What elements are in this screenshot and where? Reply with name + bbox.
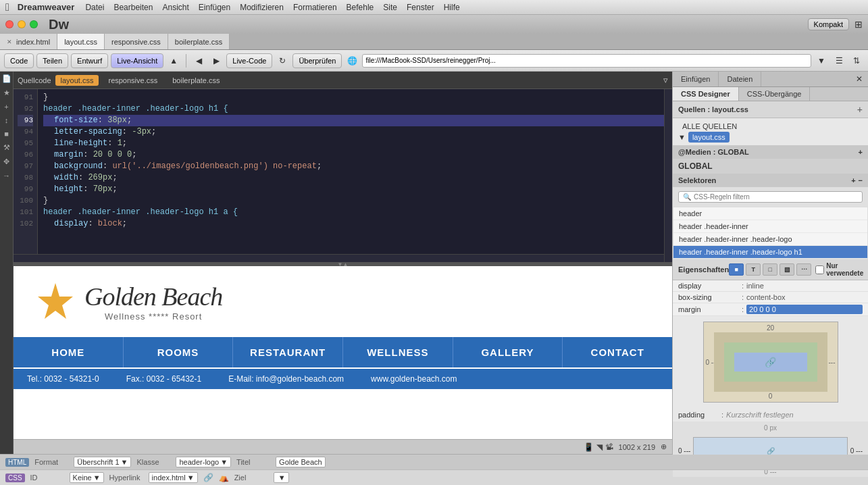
format-select[interactable]: Überschrift 1 ▼ xyxy=(74,457,131,467)
boilerplate-css-tab[interactable]: boilerplate.css xyxy=(167,75,225,86)
sync-icon[interactable]: ⇅ xyxy=(849,53,864,68)
titel-input[interactable]: Golde Beach xyxy=(276,457,326,467)
code-scrollbar-h[interactable] xyxy=(14,254,664,262)
menu-modifizieren[interactable]: Modifizieren xyxy=(240,3,284,12)
resize-icon[interactable]: ⊕ xyxy=(661,442,667,451)
dropdown-icon[interactable]: ▼ xyxy=(814,53,829,68)
tab-index-html[interactable]: ✕ index.html xyxy=(0,34,57,49)
selektor-header-logo-h1[interactable]: header .header-inner .header-logo h1 xyxy=(673,246,867,259)
selektor-search-input[interactable] xyxy=(694,193,858,201)
responsive-css-tab[interactable]: responsive.css xyxy=(103,75,163,86)
tab-layout-css[interactable]: layout.css xyxy=(57,34,105,49)
remove-selektor-icon[interactable]: − xyxy=(859,176,863,184)
selektor-list: header header .header-inner header .head… xyxy=(673,207,868,259)
id-select[interactable]: Keine ▼ xyxy=(70,472,104,483)
url-bar[interactable] xyxy=(362,54,811,68)
menu-einfuegen[interactable]: Einfügen xyxy=(199,3,230,12)
tab-css-designer[interactable]: CSS Designer xyxy=(673,87,739,101)
ziel-select[interactable]: ▼ xyxy=(274,472,289,483)
bottom-bar-bottom: CSS ID Keine ▼ Hyperlink index.html ▼ 🔗 … xyxy=(0,470,868,485)
teilen-button[interactable]: Teilen xyxy=(36,53,68,68)
arrow-icon[interactable]: → xyxy=(3,172,10,180)
live-ansicht-button[interactable]: Live-Ansicht xyxy=(111,53,163,68)
code-editor[interactable]: 91 92 93 94 95 96 97 98 99 100 101 102 }… xyxy=(14,89,672,262)
nav-restaurant[interactable]: RESTAURANT xyxy=(233,337,343,367)
kompakt-button[interactable]: Kompakt xyxy=(808,18,849,30)
menu-bearbeiten[interactable]: Bearbeiten xyxy=(113,3,153,12)
nav-home[interactable]: HOME xyxy=(14,337,124,367)
monitor-icon[interactable]: ▲ xyxy=(166,53,181,68)
uberpruefen-button[interactable]: Überprüfen xyxy=(292,53,342,68)
menu-ansicht[interactable]: Ansicht xyxy=(162,3,188,12)
padding-value[interactable]: Kurzschrift festlegen xyxy=(726,411,863,419)
settings-icon[interactable]: ☰ xyxy=(832,53,846,68)
earth-icon[interactable]: 🌐 xyxy=(344,53,359,68)
close-panel-icon[interactable]: ✕ xyxy=(850,72,868,86)
entwurf-button[interactable]: Entwurf xyxy=(71,53,108,68)
text-icon[interactable]: T xyxy=(746,263,761,276)
layout-css-tab[interactable]: layout.css xyxy=(55,75,99,86)
menu-formatieren[interactable]: Formatieren xyxy=(293,3,337,12)
close-button[interactable] xyxy=(5,20,14,28)
add-medien-icon[interactable]: + xyxy=(859,148,863,156)
add-selektor-icon[interactable]: + xyxy=(851,176,855,184)
more-icon[interactable]: ⋯ xyxy=(796,263,811,276)
nav-wellness[interactable]: WELLNESS xyxy=(343,337,453,367)
nav-rooms[interactable]: ROOMS xyxy=(124,337,234,367)
tab-dateien[interactable]: Dateien xyxy=(719,72,761,86)
hyperlink-select[interactable]: index.html ▼ xyxy=(149,472,198,483)
code-button[interactable]: Code xyxy=(4,53,34,68)
menu-datei[interactable]: Datei xyxy=(85,3,104,12)
prop-val-display[interactable]: inline xyxy=(746,282,863,290)
mobile-icon[interactable]: 📱 xyxy=(584,442,594,452)
maximize-button[interactable] xyxy=(30,20,38,28)
refresh-icon[interactable]: ↻ xyxy=(275,53,290,68)
tab-boilerplate-css[interactable]: boilerplate.css xyxy=(168,34,230,49)
add-quelle-icon[interactable]: + xyxy=(857,104,863,115)
bg-icon[interactable]: ▧ xyxy=(780,263,794,276)
menu-fenster[interactable]: Fenster xyxy=(407,3,434,12)
prop-val-boxsizing[interactable]: content-box xyxy=(746,293,863,301)
back-icon[interactable]: ◀ xyxy=(191,53,206,68)
border-icon[interactable]: □ xyxy=(763,263,777,276)
link-icon-btn[interactable]: 🔗 xyxy=(203,473,213,482)
prop-val-margin[interactable]: 20 0 0 0 xyxy=(746,305,863,314)
alle-quellen-item[interactable]: ALLE QUELLEN xyxy=(678,121,863,132)
tab-css-ubergange[interactable]: CSS-Übergänge xyxy=(739,87,811,101)
menu-hilfe[interactable]: Hilfe xyxy=(444,3,460,12)
prop-name-margin: margin xyxy=(678,305,739,313)
palette-icon[interactable]: ■ xyxy=(4,130,9,138)
filter-icon[interactable]: ▿ xyxy=(663,75,668,85)
tab-responsive-css[interactable]: responsive.css xyxy=(105,34,168,49)
grid-icon[interactable]: ⊞ xyxy=(854,19,863,30)
desktop-icon[interactable]: 📽 xyxy=(605,442,613,452)
klasse-select[interactable]: header-logo ▼ xyxy=(176,457,231,467)
file-icon[interactable]: 📄 xyxy=(2,74,11,83)
close-tab-icon[interactable]: ✕ xyxy=(7,39,12,45)
code-scrollbar-v[interactable] xyxy=(664,89,672,262)
layout-css-item[interactable]: layout.css xyxy=(688,132,730,143)
layout-icon[interactable]: ■ xyxy=(729,263,744,276)
plus-icon[interactable]: + xyxy=(4,103,8,111)
nur-verwendete-checkbox[interactable] xyxy=(815,265,824,274)
tablet-icon[interactable]: ◥ xyxy=(596,442,603,452)
minimize-button[interactable] xyxy=(18,20,26,28)
menu-befehle[interactable]: Befehle xyxy=(347,3,374,12)
menu-site[interactable]: Site xyxy=(383,3,397,12)
nav-gallery[interactable]: GALLERY xyxy=(453,337,563,367)
selektor-header[interactable]: header xyxy=(673,207,867,220)
tab-einfuegen[interactable]: Einfügen xyxy=(673,72,719,86)
nav-contact[interactable]: CONTACT xyxy=(563,337,672,367)
tool-icon[interactable]: ⚒ xyxy=(3,143,10,152)
star-icon[interactable]: ★ xyxy=(3,88,10,97)
arrows-icon[interactable]: ↕ xyxy=(5,116,9,124)
selektor-header-logo[interactable]: header .header-inner .header-logo xyxy=(673,233,867,246)
code-content[interactable]: } header .header-inner .header-logo h1 {… xyxy=(38,89,672,262)
unlink-icon-btn[interactable]: ⛺ xyxy=(219,473,229,482)
move-icon[interactable]: ✥ xyxy=(3,157,9,166)
live-code-button[interactable]: Live-Code xyxy=(226,53,272,68)
selektor-header-inner[interactable]: header .header-inner xyxy=(673,220,867,233)
forward-icon[interactable]: ▶ xyxy=(209,53,224,68)
prop-name-boxsizing: box-sizing xyxy=(678,293,739,301)
apple-menu[interactable]:  xyxy=(5,1,9,14)
